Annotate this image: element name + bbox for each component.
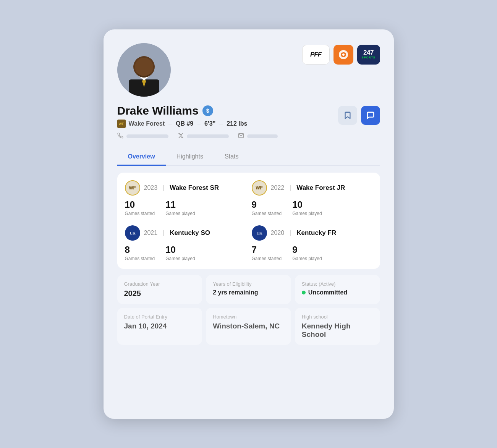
games-started-2022: 9 Games started (252, 199, 282, 216)
career-stats-2021: 8 Games started 10 Games played (125, 244, 246, 261)
svg-point-6 (135, 58, 153, 76)
games-played-2022: 10 Games played (292, 199, 322, 216)
status-card: Status: (Active) Uncommitted (295, 275, 380, 304)
career-card-2022: WF 2022 | Wake Forest JR 9 Games started… (252, 180, 372, 216)
career-stats-2020: 7 Games started 9 Games played (252, 244, 372, 261)
games-started-2023: 10 Games started (125, 199, 155, 216)
phone-value (126, 134, 168, 138)
status-active-label: (Active) (319, 281, 335, 287)
player-height: 6'3" (204, 120, 215, 127)
career-school-2021: Kentucky SO (170, 229, 210, 237)
highschool-value: Kennedy High School (302, 322, 373, 339)
career-card-2023: WF 2023 | Wake Forest SR 10 Games starte… (125, 180, 246, 216)
career-header-2023: WF 2023 | Wake Forest SR (125, 180, 246, 196)
tab-stats[interactable]: Stats (214, 149, 249, 166)
eligibility-value: 2 yrs remaining (213, 289, 284, 296)
career-header-2020: UK 2020 | Kentucky FR (252, 225, 372, 241)
games-played-2020: 9 Games played (292, 244, 322, 261)
status-label: Status: (302, 281, 317, 287)
career-school-2023: Wake Forest SR (170, 184, 219, 192)
career-grid: WF 2023 | Wake Forest SR 10 Games starte… (117, 173, 380, 269)
career-card-2020: UK 2020 | Kentucky FR 7 Games started 9 … (252, 225, 372, 261)
twitter-value (187, 134, 229, 138)
school-logo-small: WF (117, 120, 126, 128)
player-name: Drake Williams (117, 104, 199, 117)
player-name-row: Drake Williams $ (117, 104, 248, 117)
info-grid-bottom: Date of Portal Entry Jan 10, 2024 Hometo… (117, 308, 380, 345)
player-avatar (117, 43, 171, 97)
school-name: Wake Forest (129, 120, 165, 127)
top-header-row: PFF 247 SPORTS (117, 43, 380, 97)
hometown-value: Winston-Salem, NC (213, 322, 284, 330)
name-meta-group: Drake Williams $ WF Wake Forest – QB #9 … (117, 104, 248, 133)
graduation-year-card: Graduation Year 2025 (117, 275, 202, 304)
player-details-row: WF Wake Forest – QB #9 – 6'3" – 212 lbs (117, 120, 248, 128)
games-started-2021: 8 Games started (125, 244, 155, 261)
message-button[interactable] (361, 106, 380, 125)
career-stats-2023: 10 Games started 11 Games played (125, 199, 246, 216)
external-logos-row: PFF 247 SPORTS (302, 45, 380, 65)
career-year-2021: 2021 (144, 230, 158, 236)
hometown-card: Hometown Winston-Salem, NC (206, 308, 291, 345)
portal-entry-label: Date of Portal Entry (124, 314, 196, 320)
status-value-row: Uncommitted (302, 289, 373, 296)
player-name-section: Drake Williams $ WF Wake Forest – QB #9 … (117, 104, 380, 140)
status-dot (302, 291, 306, 294)
games-played-2023: 11 Games played (165, 199, 195, 216)
contact-row (117, 133, 380, 140)
email-contact (238, 133, 278, 140)
pff-logo[interactable]: PFF (302, 45, 330, 65)
phone-icon (117, 133, 123, 140)
bookmark-button[interactable] (338, 106, 357, 125)
school-logo-wf-2022: WF (252, 180, 267, 196)
email-icon (238, 133, 244, 140)
tab-overview[interactable]: Overview (117, 149, 166, 166)
games-played-2021: 10 Games played (165, 244, 195, 261)
hometown-label: Hometown (213, 314, 284, 320)
nil-badge: $ (202, 105, 213, 116)
eligibility-card: Years of Eligibility 2 yrs remaining (206, 275, 291, 304)
player-weight: 212 lbs (227, 120, 247, 127)
status-value: Uncommitted (308, 289, 347, 296)
highschool-card: High school Kennedy High School (295, 308, 380, 345)
name-actions-row: Drake Williams $ WF Wake Forest – QB #9 … (117, 104, 380, 133)
phone-contact (117, 133, 168, 140)
school-logo-uk-2020: UK (252, 225, 267, 241)
info-grid-top: Graduation Year 2025 Years of Eligibilit… (117, 275, 380, 304)
graduation-year-label: Graduation Year (124, 281, 196, 287)
twitter-contact (178, 133, 229, 140)
portal-entry-card: Date of Portal Entry Jan 10, 2024 (117, 308, 202, 345)
247sports-logo[interactable]: 247 SPORTS (357, 45, 380, 65)
career-school-2022: Wake Forest JR (296, 184, 345, 192)
tabs-row: Overview Highlights Stats (117, 149, 380, 166)
email-value (247, 134, 278, 138)
career-card-2021: UK 2021 | Kentucky SO 8 Games started 10… (125, 225, 246, 261)
eligibility-label: Years of Eligibility (213, 281, 284, 287)
career-year-2022: 2022 (271, 184, 285, 191)
svg-text:UK: UK (130, 231, 136, 235)
player-position: QB #9 (176, 120, 193, 127)
svg-text:UK: UK (256, 231, 262, 235)
career-school-2020: Kentucky FR (296, 229, 336, 237)
career-year-2020: 2020 (271, 230, 285, 236)
school-logo-uk-2021: UK (125, 225, 140, 241)
career-stats-2022: 9 Games started 10 Games played (252, 199, 372, 216)
twitter-icon (178, 133, 184, 140)
svg-point-9 (342, 53, 345, 56)
graduation-year-value: 2025 (124, 289, 196, 298)
portal-entry-value: Jan 10, 2024 (124, 322, 196, 330)
career-year-2023: 2023 (144, 184, 158, 191)
school-logo-wf-2023: WF (125, 180, 140, 196)
rotowire-logo[interactable] (333, 45, 353, 65)
highschool-label: High school (302, 314, 373, 320)
player-profile-card: PFF 247 SPORTS (104, 29, 394, 419)
action-buttons (338, 106, 380, 125)
games-started-2020: 7 Games started (252, 244, 282, 261)
career-header-2022: WF 2022 | Wake Forest JR (252, 180, 372, 196)
tab-highlights[interactable]: Highlights (166, 149, 214, 166)
career-header-2021: UK 2021 | Kentucky SO (125, 225, 246, 241)
